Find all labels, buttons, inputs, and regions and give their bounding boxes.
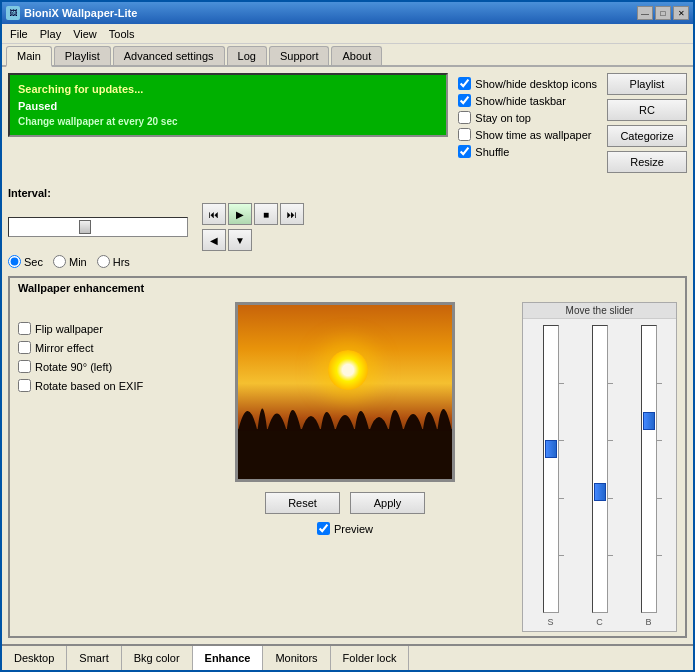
wallpaper-preview (235, 302, 455, 482)
minimize-button[interactable]: — (637, 6, 653, 20)
slider-track-b[interactable] (641, 325, 657, 613)
checkbox-show-taskbar-input[interactable] (458, 94, 471, 107)
interval-label: Interval: (8, 187, 304, 199)
checkboxes-section: Show/hide desktop icons Show/hide taskba… (454, 73, 601, 162)
checkbox-show-taskbar: Show/hide taskbar (458, 94, 597, 107)
status-line3: Change wallpaper at every 20 sec (18, 114, 438, 129)
radio-hrs: Hrs (97, 255, 130, 268)
radio-min-input[interactable] (53, 255, 66, 268)
controls-section: ⏮ ▶ ■ ⏭ ◀ ▼ (202, 203, 304, 251)
enhance-mirror: Mirror effect (18, 341, 168, 354)
next-button[interactable]: ⏭ (280, 203, 304, 225)
enhance-rotate-input[interactable] (18, 360, 31, 373)
tab-log[interactable]: Log (227, 46, 267, 65)
tabs-bar: Main Playlist Advanced settings Log Supp… (2, 44, 693, 67)
prev-button[interactable]: ⏮ (202, 203, 226, 225)
bottom-tab-enhance[interactable]: Enhance (193, 646, 264, 670)
enhance-mirror-input[interactable] (18, 341, 31, 354)
slider-thumb-s[interactable] (545, 440, 557, 458)
bottom-tab-bkg-color[interactable]: Bkg color (122, 646, 193, 670)
menubar: File Play View Tools (2, 24, 693, 44)
slider-track-s[interactable] (543, 325, 559, 613)
enhancement-title: Wallpaper enhancement (10, 278, 685, 298)
status-line1: Searching for updates... (18, 81, 438, 98)
preview-label: Preview (334, 523, 373, 535)
menu-play[interactable]: Play (34, 26, 67, 42)
checkbox-shuffle-label: Shuffle (475, 146, 509, 158)
stop-button[interactable]: ■ (254, 203, 278, 225)
tab-support[interactable]: Support (269, 46, 330, 65)
preview-checkbox[interactable] (317, 522, 330, 535)
menu-file[interactable]: File (4, 26, 34, 42)
back-button[interactable]: ◀ (202, 229, 226, 251)
slider-thumb-c[interactable] (594, 483, 606, 501)
tab-about[interactable]: About (331, 46, 382, 65)
status-line2: Paused (18, 98, 438, 115)
rc-button[interactable]: RC (607, 99, 687, 121)
bottom-tab-desktop[interactable]: Desktop (2, 646, 67, 670)
interval-slider-track[interactable] (8, 217, 188, 237)
fwd-button[interactable]: ▼ (228, 229, 252, 251)
enhance-exif-label: Rotate based on EXIF (35, 380, 143, 392)
enhance-flip-input[interactable] (18, 322, 31, 335)
slider-track-c[interactable] (592, 325, 608, 613)
controls-row-2: ◀ ▼ (202, 229, 304, 251)
play-button[interactable]: ▶ (228, 203, 252, 225)
tree-silhouette (238, 381, 452, 431)
checkbox-show-time-label: Show time as wallpaper (475, 129, 591, 141)
enhance-mirror-label: Mirror effect (35, 342, 93, 354)
slider-col-s: S (527, 323, 574, 627)
slider-col-b-label: B (645, 617, 651, 627)
slider-col-b: B (625, 323, 672, 627)
tab-playlist[interactable]: Playlist (54, 46, 111, 65)
checkbox-stay-on-top-input[interactable] (458, 111, 471, 124)
resize-button[interactable]: Resize (607, 151, 687, 173)
app-icon: 🖼 (6, 6, 20, 20)
bottom-tab-monitors[interactable]: Monitors (263, 646, 330, 670)
window-title: BioniX Wallpaper-Lite (24, 7, 137, 19)
tab-advanced-settings[interactable]: Advanced settings (113, 46, 225, 65)
radio-min: Min (53, 255, 87, 268)
right-buttons: Playlist RC Categorize Resize (607, 73, 687, 173)
maximize-button[interactable]: □ (655, 6, 671, 20)
title-bar: 🖼 BioniX Wallpaper-Lite — □ ✕ (2, 2, 693, 24)
slider-thumb-b[interactable] (643, 412, 655, 430)
enhance-exif-input[interactable] (18, 379, 31, 392)
status-box: Searching for updates... Paused Change w… (8, 73, 448, 137)
playlist-button[interactable]: Playlist (607, 73, 687, 95)
radio-sec-input[interactable] (8, 255, 21, 268)
radio-hrs-input[interactable] (97, 255, 110, 268)
checkbox-shuffle-input[interactable] (458, 145, 471, 158)
close-button[interactable]: ✕ (673, 6, 689, 20)
menu-view[interactable]: View (67, 26, 103, 42)
tab-main[interactable]: Main (6, 46, 52, 67)
checkbox-show-desktop-icons-label: Show/hide desktop icons (475, 78, 597, 90)
menu-tools[interactable]: Tools (103, 26, 141, 42)
apply-button[interactable]: Apply (350, 492, 425, 514)
slider-col-c-label: C (596, 617, 603, 627)
radio-min-label: Min (69, 256, 87, 268)
enhance-flip: Flip wallpaper (18, 322, 168, 335)
categorize-button[interactable]: Categorize (607, 125, 687, 147)
slider-col-c: C (576, 323, 623, 627)
title-buttons: — □ ✕ (637, 6, 689, 20)
unit-row: Sec Min Hrs (8, 255, 304, 268)
preview-row: Preview (317, 522, 373, 535)
top-row: Searching for updates... Paused Change w… (8, 73, 687, 173)
checkbox-show-taskbar-label: Show/hide taskbar (475, 95, 566, 107)
checkbox-show-desktop-icons-input[interactable] (458, 77, 471, 90)
middle-row: Interval: ⏮ ▶ ■ ⏭ ◀ ▼ (8, 179, 687, 268)
enhance-rotate-label: Rotate 90° (left) (35, 361, 112, 373)
checkbox-shuffle: Shuffle (458, 145, 597, 158)
bottom-bar: Desktop Smart Bkg color Enhance Monitors… (2, 644, 693, 670)
title-bar-left: 🖼 BioniX Wallpaper-Lite (6, 6, 137, 20)
enhance-flip-label: Flip wallpaper (35, 323, 103, 335)
bottom-tab-folder-lock[interactable]: Folder lock (331, 646, 410, 670)
interval-slider-thumb[interactable] (79, 220, 91, 234)
checkbox-show-time-input[interactable] (458, 128, 471, 141)
center-panel: Reset Apply Preview (176, 302, 514, 632)
reset-button[interactable]: Reset (265, 492, 340, 514)
bottom-tab-smart[interactable]: Smart (67, 646, 121, 670)
enhance-rotate: Rotate 90° (left) (18, 360, 168, 373)
enhancement-left-panel: Flip wallpaper Mirror effect Rotate 90° … (18, 302, 168, 632)
